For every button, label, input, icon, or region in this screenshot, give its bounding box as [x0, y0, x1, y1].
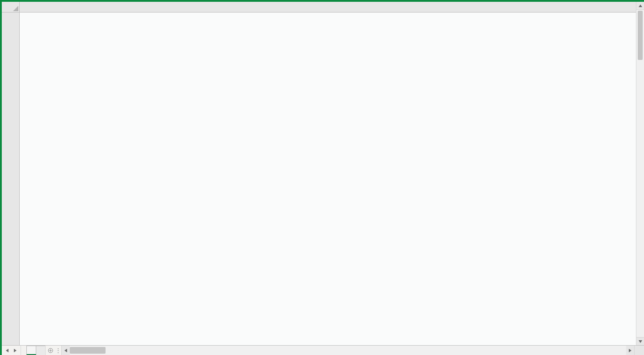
chevron-down-icon: [639, 340, 642, 343]
scroll-right-button[interactable]: [626, 346, 634, 355]
tab-nav-prev[interactable]: [4, 347, 11, 354]
svg-marker-3: [6, 349, 8, 352]
tab-nav-buttons: [2, 346, 21, 355]
horizontal-scrollbar[interactable]: [61, 346, 634, 355]
vertical-scrollbar[interactable]: [636, 2, 644, 345]
triangle-right-icon: [13, 349, 17, 352]
chevron-right-icon: [629, 349, 631, 352]
svg-marker-0: [13, 6, 18, 11]
tab-options-icon[interactable]: ⋮: [55, 346, 61, 355]
chevron-left-icon: [64, 349, 67, 352]
svg-marker-4: [14, 349, 17, 352]
row-headers: [2, 13, 20, 345]
svg-marker-2: [639, 340, 642, 343]
tabbar-endbox: [634, 346, 644, 355]
svg-marker-1: [639, 4, 642, 7]
horizontal-scroll-track[interactable]: [70, 346, 626, 355]
new-sheet-button[interactable]: [45, 346, 55, 355]
plus-circle-icon: [48, 348, 53, 353]
sheet-tab-bar: ⋮: [2, 345, 644, 355]
scroll-up-button[interactable]: [636, 2, 644, 10]
horizontal-scroll-thumb[interactable]: [70, 347, 106, 354]
tab-overflow-left[interactable]: [21, 346, 26, 355]
select-all-triangle-icon: [13, 6, 18, 11]
vertical-scroll-thumb[interactable]: [638, 11, 643, 60]
triangle-left-icon: [6, 349, 9, 352]
excel-window: ⋮: [2, 2, 644, 355]
select-all-corner[interactable]: [2, 2, 20, 13]
column-headers: [20, 2, 636, 13]
sheet-tab-active[interactable]: [26, 346, 36, 355]
chevron-up-icon: [639, 4, 642, 7]
sheet-tab-trailing[interactable]: [36, 346, 46, 355]
spreadsheet-grid: [2, 2, 644, 345]
cells-area: [20, 13, 636, 345]
scroll-down-button[interactable]: [636, 337, 644, 345]
scroll-left-button[interactable]: [62, 346, 70, 355]
svg-marker-8: [64, 349, 67, 352]
svg-marker-9: [629, 349, 631, 352]
tab-nav-next[interactable]: [12, 347, 18, 354]
